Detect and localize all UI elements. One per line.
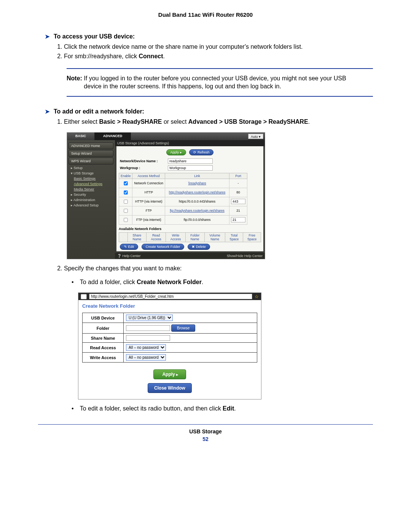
delete-button[interactable]: ✖ Delete bbox=[188, 244, 210, 250]
port-input[interactable] bbox=[231, 217, 245, 222]
heading-access-usb: To access your USB device: bbox=[45, 33, 373, 40]
enable-checkbox[interactable] bbox=[124, 181, 128, 185]
screenshot-router-admin: BASIC ADVANCED Auto ▾ ADVANCED Home Setu… bbox=[67, 132, 265, 259]
create-network-folder-button[interactable]: Create Network Folder bbox=[142, 244, 185, 250]
text-bold: Connect bbox=[139, 53, 163, 59]
col-method: Access Method bbox=[132, 173, 165, 179]
auto-dropdown[interactable]: Auto ▾ bbox=[248, 134, 263, 139]
label-share-name: Share Name bbox=[83, 334, 124, 343]
step-edit-1: Either select Basic > ReadySHARE or sele… bbox=[64, 118, 373, 126]
available-folders-heading: Available Network Folders bbox=[119, 227, 261, 231]
sidebar-item-advanced-settings[interactable]: Advanced Settings bbox=[67, 181, 115, 187]
text-bold: Advanced > USB Storage > ReadySHARE bbox=[188, 118, 308, 125]
step-access-1: Click the network device name or the sha… bbox=[64, 43, 373, 51]
page-icon bbox=[81, 294, 87, 299]
footer-section: USB Storage bbox=[38, 428, 373, 435]
bullet-edit-folder: To edit a folder, select its radio butto… bbox=[72, 405, 373, 413]
page-footer: USB Storage 52 bbox=[38, 424, 373, 442]
col-enable: Enable bbox=[119, 173, 132, 179]
usb-device-select[interactable]: U:(U Drive (1.96 GB)) bbox=[126, 315, 173, 321]
browse-button[interactable]: Browse bbox=[171, 324, 195, 332]
available-folders-table: Share Name Read Access Write Access Fold… bbox=[119, 232, 261, 242]
label-device-name: Network/Device Name : bbox=[119, 158, 167, 165]
sidebar-item-media-server[interactable]: Media Server bbox=[67, 187, 115, 192]
bullet-add-folder: To add a folder, click Create Network Fo… bbox=[72, 278, 373, 286]
label-workgroup: Workgroup : bbox=[119, 165, 167, 171]
dialog-title: Create Network Folder bbox=[78, 300, 261, 313]
steps-edit: Either select Basic > ReadySHARE or sele… bbox=[53, 118, 373, 126]
sidebar-item-setup-wizard[interactable]: Setup Wizard bbox=[68, 150, 113, 157]
text: For smb://readyshare, click bbox=[64, 53, 139, 59]
heading-edit-folder: To add or edit a network folder: bbox=[45, 108, 373, 115]
note-label: Note: bbox=[67, 74, 82, 83]
link[interactable]: http://readyshare.routerlogin.net/shares bbox=[169, 190, 225, 194]
table-row: HTTPhttp://readyshare.routerlogin.net/sh… bbox=[119, 188, 247, 197]
tab-advanced[interactable]: ADVANCED bbox=[95, 133, 131, 140]
text: Either select bbox=[64, 118, 99, 125]
sidebar-item-basic-settings[interactable]: Basic Settings bbox=[67, 176, 115, 181]
label-usb-device: USB Device bbox=[83, 313, 124, 323]
enable-checkbox[interactable] bbox=[124, 190, 128, 194]
sidebar: ADVANCED Home Setup Wizard WPS Wizard ▸ … bbox=[67, 140, 115, 259]
enable-checkbox[interactable] bbox=[124, 200, 128, 203]
steps-access: Click the network device name or the sha… bbox=[53, 43, 373, 61]
table-row: FTPftp://readyshare.routerlogin.net/shar… bbox=[119, 206, 247, 215]
close-window-button[interactable]: Close Window bbox=[148, 383, 192, 393]
sidebar-item-security[interactable]: ▸ Security bbox=[67, 192, 115, 197]
steps-edit-cont: Specify the changes that you want to mak… bbox=[53, 265, 373, 273]
folder-input[interactable] bbox=[126, 325, 170, 331]
enable-checkbox[interactable] bbox=[124, 218, 128, 222]
workgroup-input[interactable] bbox=[168, 165, 213, 171]
star-icon[interactable]: ☆ bbox=[255, 294, 259, 299]
device-name-input[interactable] bbox=[168, 158, 213, 164]
label-read-access: Read Access bbox=[83, 343, 124, 353]
label-write-access: Write Access bbox=[83, 353, 124, 363]
sidebar-item-setup[interactable]: ▸ Setup bbox=[67, 165, 115, 171]
sidebar-item-advanced-home[interactable]: ADVANCED Home bbox=[68, 142, 113, 149]
table-row: HTTP (via internet)https://0.0.0.0:443/s… bbox=[119, 197, 247, 206]
url-display: http://www.routerlogin.net/USB_Folder_cr… bbox=[89, 294, 252, 299]
refresh-button[interactable]: ⟳ Refresh bbox=[189, 149, 213, 155]
sidebar-item-usb-storage[interactable]: ▾ USB Storage bbox=[67, 171, 115, 176]
access-methods-table: Enable Access Method Link Port Network C… bbox=[119, 173, 247, 225]
port-input[interactable] bbox=[231, 199, 245, 204]
read-access-select[interactable]: All – no password bbox=[126, 344, 166, 351]
sidebar-item-administration[interactable]: ▸ Administration bbox=[67, 197, 115, 203]
apply-button[interactable]: Apply ▸ bbox=[166, 149, 186, 155]
write-access-select[interactable]: All – no password bbox=[126, 354, 166, 361]
text: or select bbox=[162, 118, 188, 125]
breadcrumb: USB Storage (Advanced Settings) bbox=[115, 140, 265, 146]
page-title: Dual Band 11ac WiFi Router R6200 bbox=[38, 11, 373, 18]
edit-button[interactable]: ✎ Edit bbox=[120, 244, 138, 250]
enable-checkbox[interactable] bbox=[124, 209, 128, 212]
text-bold: Basic > ReadySHARE bbox=[99, 118, 162, 125]
col-link: Link bbox=[165, 173, 229, 179]
toggle-help-center[interactable]: Show/Hide Help Center bbox=[227, 254, 263, 258]
table-row: FTP (via internet)ftp://0.0.0.0/shares bbox=[119, 215, 247, 224]
link[interactable]: ftp://readyshare.routerlogin.net/shares bbox=[170, 209, 225, 212]
apply-button[interactable]: Apply bbox=[153, 369, 186, 379]
table-row: Network Connection\\readyshare- bbox=[119, 179, 247, 188]
screenshot-create-folder: http://www.routerlogin.net/USB_Folder_cr… bbox=[78, 292, 261, 399]
share-name-input[interactable] bbox=[126, 335, 170, 341]
text: . bbox=[163, 53, 165, 59]
help-center-link[interactable]: ❔ Help Center bbox=[117, 254, 141, 258]
create-folder-form: USB Device U:(U Drive (1.96 GB)) Folder … bbox=[82, 313, 257, 363]
label-folder: Folder bbox=[83, 323, 124, 334]
link[interactable]: \\readyshare bbox=[188, 181, 206, 185]
step-access-2: For smb://readyshare, click Connect. bbox=[64, 53, 373, 61]
col-port: Port bbox=[229, 173, 247, 179]
footer-page-number: 52 bbox=[38, 436, 373, 442]
sidebar-item-advanced-setup[interactable]: ▸ Advanced Setup bbox=[67, 203, 115, 208]
step-edit-2: Specify the changes that you want to mak… bbox=[64, 265, 373, 273]
note-box: Note: If you logged in to the router bef… bbox=[67, 68, 373, 97]
note-text: If you logged in to the router before yo… bbox=[84, 74, 363, 91]
sidebar-item-wps-wizard[interactable]: WPS Wizard bbox=[68, 158, 113, 165]
tab-basic[interactable]: BASIC bbox=[67, 133, 95, 140]
text: . bbox=[308, 118, 310, 125]
